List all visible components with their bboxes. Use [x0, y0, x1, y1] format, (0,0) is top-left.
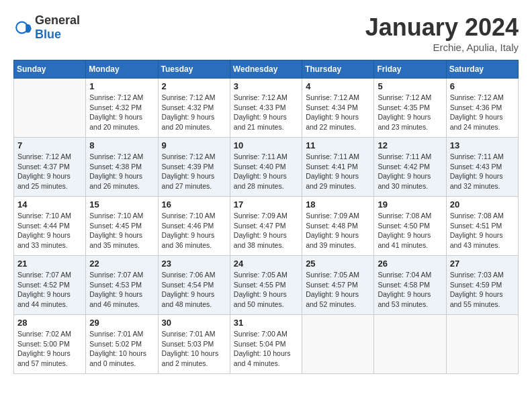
calendar-cell: 24Sunrise: 7:05 AMSunset: 4:55 PMDayligh… [230, 256, 302, 315]
day-number: 3 [234, 81, 298, 91]
day-number: 6 [450, 81, 515, 91]
day-info: Sunrise: 7:09 AMSunset: 4:47 PMDaylight:… [234, 211, 298, 250]
logo: General Blue [13, 13, 80, 42]
calendar-cell: 10Sunrise: 7:11 AMSunset: 4:40 PMDayligh… [230, 138, 302, 197]
calendar-cell: 12Sunrise: 7:11 AMSunset: 4:42 PMDayligh… [374, 138, 446, 197]
day-info: Sunrise: 7:07 AMSunset: 4:53 PMDaylight:… [89, 270, 154, 310]
calendar-cell: 15Sunrise: 7:10 AMSunset: 4:45 PMDayligh… [86, 197, 158, 256]
weekday-header-monday: Monday [86, 60, 158, 79]
day-number: 22 [89, 259, 154, 269]
calendar-cell: 28Sunrise: 7:02 AMSunset: 5:00 PMDayligh… [14, 315, 86, 374]
day-info: Sunrise: 7:08 AMSunset: 4:51 PMDaylight:… [450, 211, 515, 250]
day-number: 13 [450, 140, 515, 150]
weekday-header-wednesday: Wednesday [230, 60, 302, 79]
calendar-cell: 18Sunrise: 7:09 AMSunset: 4:48 PMDayligh… [302, 197, 374, 256]
day-number: 14 [17, 199, 82, 210]
day-info: Sunrise: 7:12 AMSunset: 4:37 PMDaylight:… [17, 152, 82, 191]
day-info: Sunrise: 7:12 AMSunset: 4:35 PMDaylight:… [378, 93, 442, 132]
day-number: 7 [17, 140, 82, 150]
day-number: 8 [89, 140, 154, 150]
day-info: Sunrise: 7:04 AMSunset: 4:58 PMDaylight:… [378, 270, 442, 310]
calendar-cell: 17Sunrise: 7:09 AMSunset: 4:47 PMDayligh… [230, 197, 302, 256]
day-number: 21 [17, 259, 82, 269]
month-title: January 2024 [365, 13, 519, 42]
calendar-cell: 26Sunrise: 7:04 AMSunset: 4:58 PMDayligh… [374, 256, 446, 315]
calendar-cell: 27Sunrise: 7:03 AMSunset: 4:59 PMDayligh… [446, 256, 518, 315]
weekday-header-thursday: Thursday [302, 60, 374, 79]
weekday-header-saturday: Saturday [446, 60, 518, 79]
logo-icon [13, 18, 32, 37]
day-number: 25 [306, 259, 370, 269]
calendar-cell: 21Sunrise: 7:07 AMSunset: 4:52 PMDayligh… [14, 256, 86, 315]
day-info: Sunrise: 7:12 AMSunset: 4:33 PMDaylight:… [234, 93, 298, 132]
day-info: Sunrise: 7:10 AMSunset: 4:46 PMDaylight:… [162, 211, 226, 250]
day-info: Sunrise: 7:12 AMSunset: 4:38 PMDaylight:… [89, 152, 154, 191]
day-info: Sunrise: 7:11 AMSunset: 4:43 PMDaylight:… [450, 152, 515, 191]
day-number: 10 [234, 140, 298, 150]
day-info: Sunrise: 7:05 AMSunset: 4:57 PMDaylight:… [306, 270, 370, 310]
calendar-cell: 20Sunrise: 7:08 AMSunset: 4:51 PMDayligh… [446, 197, 518, 256]
calendar-week-row: 14Sunrise: 7:10 AMSunset: 4:44 PMDayligh… [14, 197, 519, 256]
calendar-cell: 23Sunrise: 7:06 AMSunset: 4:54 PMDayligh… [158, 256, 230, 315]
day-info: Sunrise: 7:08 AMSunset: 4:50 PMDaylight:… [378, 211, 442, 250]
day-info: Sunrise: 7:10 AMSunset: 4:45 PMDaylight:… [89, 211, 154, 250]
calendar-cell: 2Sunrise: 7:12 AMSunset: 4:32 PMDaylight… [158, 79, 230, 138]
day-info: Sunrise: 7:00 AMSunset: 5:04 PMDaylight:… [234, 329, 298, 369]
day-info: Sunrise: 7:01 AMSunset: 5:03 PMDaylight:… [162, 329, 226, 369]
calendar-week-row: 28Sunrise: 7:02 AMSunset: 5:00 PMDayligh… [14, 315, 519, 374]
calendar-cell: 31Sunrise: 7:00 AMSunset: 5:04 PMDayligh… [230, 315, 302, 374]
day-number: 28 [17, 318, 82, 328]
calendar-cell: 9Sunrise: 7:12 AMSunset: 4:39 PMDaylight… [158, 138, 230, 197]
day-info: Sunrise: 7:07 AMSunset: 4:52 PMDaylight:… [17, 270, 82, 310]
weekday-header-row: SundayMondayTuesdayWednesdayThursdayFrid… [14, 60, 519, 79]
calendar-cell: 11Sunrise: 7:11 AMSunset: 4:41 PMDayligh… [302, 138, 374, 197]
calendar-cell: 5Sunrise: 7:12 AMSunset: 4:35 PMDaylight… [374, 79, 446, 138]
title-block: January 2024 Erchie, Apulia, Italy [365, 13, 519, 53]
calendar-cell [374, 315, 446, 374]
day-info: Sunrise: 7:09 AMSunset: 4:48 PMDaylight:… [306, 211, 370, 250]
calendar-week-row: 21Sunrise: 7:07 AMSunset: 4:52 PMDayligh… [14, 256, 519, 315]
day-info: Sunrise: 7:12 AMSunset: 4:36 PMDaylight:… [450, 93, 515, 132]
calendar-cell: 1Sunrise: 7:12 AMSunset: 4:32 PMDaylight… [86, 79, 158, 138]
calendar-cell: 7Sunrise: 7:12 AMSunset: 4:37 PMDaylight… [14, 138, 86, 197]
location-title: Erchie, Apulia, Italy [365, 42, 519, 53]
calendar-cell: 4Sunrise: 7:12 AMSunset: 4:34 PMDaylight… [302, 79, 374, 138]
calendar-cell: 3Sunrise: 7:12 AMSunset: 4:33 PMDaylight… [230, 79, 302, 138]
day-number: 20 [450, 199, 515, 210]
logo-general: General [35, 13, 80, 27]
day-info: Sunrise: 7:12 AMSunset: 4:32 PMDaylight:… [162, 93, 226, 132]
calendar-week-row: 1Sunrise: 7:12 AMSunset: 4:32 PMDaylight… [14, 79, 519, 138]
day-info: Sunrise: 7:06 AMSunset: 4:54 PMDaylight:… [162, 270, 226, 310]
calendar-cell: 13Sunrise: 7:11 AMSunset: 4:43 PMDayligh… [446, 138, 518, 197]
day-number: 16 [162, 199, 226, 210]
day-info: Sunrise: 7:05 AMSunset: 4:55 PMDaylight:… [234, 270, 298, 310]
day-number: 31 [234, 318, 298, 328]
day-number: 4 [306, 81, 370, 91]
day-number: 11 [306, 140, 370, 150]
day-number: 15 [89, 199, 154, 210]
day-number: 23 [162, 259, 226, 269]
day-number: 1 [89, 81, 154, 91]
day-number: 30 [162, 318, 226, 328]
calendar-cell: 25Sunrise: 7:05 AMSunset: 4:57 PMDayligh… [302, 256, 374, 315]
calendar-cell: 30Sunrise: 7:01 AMSunset: 5:03 PMDayligh… [158, 315, 230, 374]
calendar-cell: 6Sunrise: 7:12 AMSunset: 4:36 PMDaylight… [446, 79, 518, 138]
calendar-cell: 16Sunrise: 7:10 AMSunset: 4:46 PMDayligh… [158, 197, 230, 256]
weekday-header-tuesday: Tuesday [158, 60, 230, 79]
day-info: Sunrise: 7:01 AMSunset: 5:02 PMDaylight:… [89, 329, 154, 369]
calendar-cell: 8Sunrise: 7:12 AMSunset: 4:38 PMDaylight… [86, 138, 158, 197]
day-info: Sunrise: 7:11 AMSunset: 4:40 PMDaylight:… [234, 152, 298, 191]
day-number: 26 [378, 259, 442, 269]
page-header: General Blue January 2024 Erchie, Apulia… [13, 13, 519, 53]
calendar-week-row: 7Sunrise: 7:12 AMSunset: 4:37 PMDaylight… [14, 138, 519, 197]
day-info: Sunrise: 7:03 AMSunset: 4:59 PMDaylight:… [450, 270, 515, 310]
weekday-header-friday: Friday [374, 60, 446, 79]
day-number: 29 [89, 318, 154, 328]
day-info: Sunrise: 7:10 AMSunset: 4:44 PMDaylight:… [17, 211, 82, 250]
calendar-cell: 14Sunrise: 7:10 AMSunset: 4:44 PMDayligh… [14, 197, 86, 256]
calendar-cell [302, 315, 374, 374]
day-info: Sunrise: 7:12 AMSunset: 4:39 PMDaylight:… [162, 152, 226, 191]
day-number: 18 [306, 199, 370, 210]
day-info: Sunrise: 7:11 AMSunset: 4:41 PMDaylight:… [306, 152, 370, 191]
calendar-cell: 29Sunrise: 7:01 AMSunset: 5:02 PMDayligh… [86, 315, 158, 374]
